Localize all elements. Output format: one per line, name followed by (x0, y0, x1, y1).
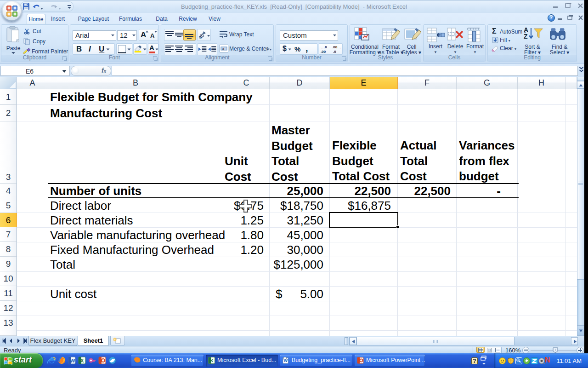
svg-text:X: X (80, 358, 84, 363)
svg-text:.00: .00 (332, 45, 338, 49)
svg-text:→: → (338, 46, 341, 50)
svg-text:.00: .00 (321, 50, 326, 53)
svg-text:.0: .0 (324, 45, 327, 49)
svg-text:a: a (222, 46, 224, 51)
svg-text:W: W (70, 358, 75, 363)
svg-text:X: X (210, 358, 213, 363)
svg-text:W: W (284, 358, 288, 363)
svg-text:.0: .0 (333, 50, 336, 53)
